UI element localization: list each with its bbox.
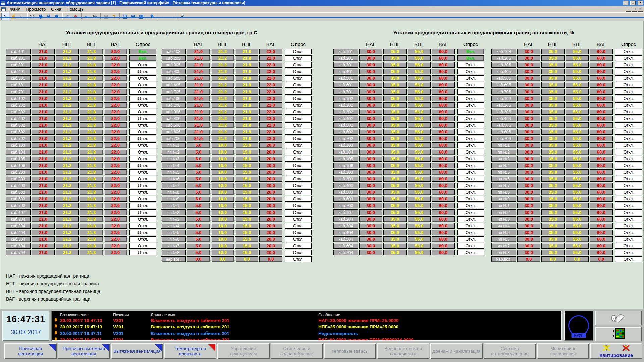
setpoint-cell[interactable]: 30.0 (359, 189, 382, 195)
setpoint-cell[interactable]: 30.0 (359, 102, 382, 108)
setpoint-cell[interactable]: 15.0 (235, 176, 258, 182)
setpoint-cell[interactable]: 60.0 (432, 129, 455, 135)
setpoint-cell[interactable]: 21.8 (80, 142, 103, 148)
polling-state-cell[interactable]: Откл. (285, 96, 312, 101)
setpoint-cell[interactable]: 60.0 (432, 189, 455, 195)
setpoint-cell[interactable]: 30.0 (517, 142, 540, 148)
zoom-region-icon[interactable]: ◉ (37, 13, 44, 20)
setpoint-cell[interactable]: 35.0 (541, 236, 565, 242)
setpoint-cell[interactable]: 55.0 (566, 223, 589, 229)
setpoint-cell[interactable]: 35.0 (383, 55, 407, 61)
setpoint-cell[interactable]: 55.0 (408, 169, 431, 175)
polling-state-cell[interactable]: Откл. (457, 163, 484, 168)
setpoint-cell[interactable]: 15.0 (235, 142, 258, 148)
setpoint-cell[interactable]: 35.0 (383, 49, 407, 54)
setpoint-cell[interactable]: 21.0 (32, 196, 55, 202)
polling-state-cell[interactable]: Откл. (457, 122, 484, 128)
setpoint-cell[interactable]: 30.0 (517, 96, 540, 101)
setpoint-cell[interactable]: 35.0 (541, 102, 565, 108)
setpoint-cell[interactable]: 55.0 (566, 183, 589, 188)
setpoint-cell[interactable]: 30.0 (359, 55, 382, 61)
setpoint-cell[interactable]: 21.0 (32, 136, 55, 141)
setpoint-cell[interactable]: 21.0 (32, 122, 55, 128)
mdi-document-icon[interactable] (1, 7, 6, 11)
polling-state-cell[interactable]: Откл. (129, 142, 156, 148)
setpoint-cell[interactable]: 5.0 (187, 243, 210, 249)
polling-state-cell[interactable]: Откл. (129, 82, 156, 88)
nav-forward-icon[interactable]: → (167, 13, 175, 20)
polling-state-cell[interactable]: Откл. (457, 223, 484, 229)
setpoint-cell[interactable]: 21.8 (80, 156, 103, 162)
setpoint-cell[interactable]: 60.0 (432, 236, 455, 242)
setpoint-cell[interactable]: 15.0 (235, 189, 258, 195)
setpoint-cell[interactable]: 21.2 (56, 82, 79, 88)
setpoint-cell[interactable]: 30.0 (359, 75, 382, 81)
menu-item-просмотр[interactable]: Просмотр (23, 6, 48, 12)
setpoint-cell[interactable]: 60.0 (432, 75, 455, 81)
setpoint-cell[interactable]: 30.0 (359, 183, 382, 188)
setpoint-cell[interactable]: 35.0 (541, 82, 565, 88)
setpoint-cell[interactable]: 21.2 (56, 142, 79, 148)
setpoint-cell[interactable]: 30.0 (517, 109, 540, 115)
polling-state-cell[interactable]: Откл. (615, 203, 642, 208)
setpoint-cell[interactable]: 21.8 (80, 216, 103, 222)
setpoint-cell[interactable]: 21.8 (235, 102, 258, 108)
mdi-close-button[interactable]: × (638, 7, 643, 12)
setpoint-cell[interactable]: 55.0 (408, 129, 431, 135)
setpoint-cell[interactable]: 35.0 (383, 169, 407, 175)
setpoint-cell[interactable]: 30.0 (359, 163, 382, 168)
setpoint-cell[interactable]: 30.0 (517, 163, 540, 168)
setpoint-cell[interactable]: 22.0 (104, 209, 127, 215)
setpoint-cell[interactable]: 21.2 (56, 196, 79, 202)
setpoint-cell[interactable]: 21.8 (80, 196, 103, 202)
setpoint-cell[interactable]: 20.0 (259, 236, 282, 242)
setpoint-cell[interactable]: 21.0 (32, 176, 55, 182)
setpoint-cell[interactable]: 21.2 (211, 89, 234, 95)
cascade-windows-icon[interactable]: ▥ (137, 13, 145, 20)
setpoint-cell[interactable]: 35.0 (383, 196, 407, 202)
polling-state-cell[interactable]: Откл. (129, 89, 156, 95)
setpoint-cell[interactable]: 21.2 (211, 49, 234, 54)
setpoint-cell[interactable]: 55.0 (408, 136, 431, 141)
polling-state-cell[interactable]: Откл. (457, 156, 484, 162)
setpoint-cell[interactable]: 21.0 (32, 216, 55, 222)
setpoint-cell[interactable]: 21.2 (56, 156, 79, 162)
setpoint-cell[interactable]: 22.0 (259, 69, 282, 74)
setpoint-cell[interactable]: 30.0 (517, 62, 540, 68)
setpoint-cell[interactable]: 21.2 (56, 89, 79, 95)
polling-state-cell[interactable]: Откл. (457, 209, 484, 215)
setpoint-cell[interactable]: 15.0 (235, 163, 258, 168)
polling-state-cell[interactable]: Откл. (615, 89, 642, 95)
setpoint-cell[interactable]: 35.0 (383, 250, 407, 255)
setpoint-cell[interactable]: 35.0 (383, 236, 407, 242)
polling-state-cell[interactable]: Откл. (129, 189, 156, 195)
setpoint-cell[interactable]: 22.0 (104, 82, 127, 88)
polling-state-cell[interactable]: Откл. (285, 169, 312, 175)
setpoint-cell[interactable]: 60.0 (432, 250, 455, 255)
polling-state-cell[interactable]: Откл. (457, 230, 484, 235)
setpoint-cell[interactable]: 30.0 (517, 149, 540, 155)
setpoint-cell[interactable]: 30.0 (359, 223, 382, 229)
setpoint-cell[interactable]: 10.0 (211, 176, 234, 182)
setpoint-cell[interactable]: 55.0 (408, 163, 431, 168)
setpoint-cell[interactable]: 60.0 (432, 209, 455, 215)
polling-state-cell[interactable]: Откл. (285, 122, 312, 128)
setpoint-cell[interactable]: 55.0 (408, 236, 431, 242)
polling-state-cell[interactable]: Откл. (285, 82, 312, 88)
polling-state-cell[interactable]: Откл. (457, 183, 484, 188)
setpoint-cell[interactable]: 30.0 (517, 223, 540, 229)
setpoint-cell[interactable]: 60.0 (432, 109, 455, 115)
polling-state-cell[interactable]: Откл. (457, 243, 484, 249)
setpoint-cell[interactable]: 55.0 (566, 109, 589, 115)
setpoint-cell[interactable]: 22.0 (259, 102, 282, 108)
setpoint-cell[interactable]: 21.8 (80, 102, 103, 108)
nav-back-icon[interactable]: ← (159, 13, 167, 20)
setpoint-cell[interactable]: 10.0 (211, 209, 234, 215)
setpoint-cell[interactable]: 22.0 (259, 129, 282, 135)
setpoint-cell[interactable]: 60.0 (590, 163, 613, 168)
setpoint-cell[interactable]: 30.0 (517, 116, 540, 121)
setpoint-cell[interactable]: 22.0 (104, 183, 127, 188)
setpoint-cell[interactable]: 30.0 (517, 129, 540, 135)
setpoint-cell[interactable]: 10.0 (211, 216, 234, 222)
setpoint-cell[interactable]: 55.0 (408, 209, 431, 215)
